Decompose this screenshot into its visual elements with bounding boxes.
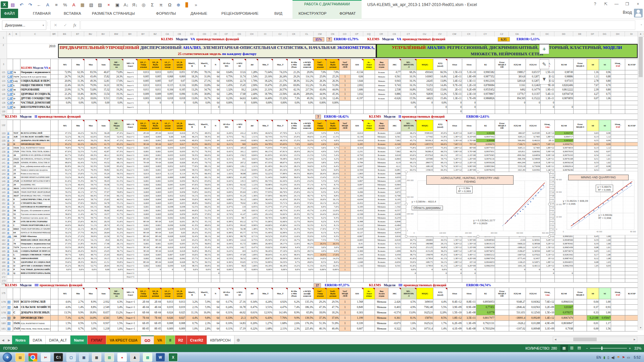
row-link[interactable]: II (7, 190, 13, 194)
cell[interactable]: -0,673 (388, 321, 401, 326)
cell[interactable] (364, 70, 375, 75)
cell[interactable]: 0,80 (599, 88, 611, 92)
cell[interactable]: 5,5E+09 (462, 238, 476, 242)
cell[interactable]: 59,7% (85, 183, 97, 187)
cell[interactable]: 49,2% (186, 187, 199, 190)
cell[interactable] (314, 105, 327, 110)
cell[interactable]: 1,5E+12 (541, 246, 555, 249)
cell[interactable] (476, 279, 495, 283)
cell[interactable]: 1,6% (401, 321, 417, 326)
page-layout-icon[interactable]: ▥ (569, 345, 575, 351)
cell[interactable] (364, 150, 375, 154)
cell[interactable]: 76,8% (58, 146, 72, 150)
row-label[interactable]: Химия и химические продукты (20, 168, 51, 172)
row-label[interactable]: ЭЛЕКТРИЧЕСКОЕ И ОПТИЧЕСКОЕ ОБОРУДОВАНИЕ (20, 187, 51, 190)
cell[interactable]: 40,1% (314, 326, 327, 331)
column-header-cell[interactable]: SSres (462, 120, 476, 131)
cell[interactable]: 1 (339, 253, 351, 257)
taskbar-ccleaner-icon[interactable]: ● (117, 353, 127, 362)
cell[interactable]: 0,30561 (526, 238, 541, 242)
cell[interactable]: 1 (339, 154, 351, 157)
cell[interactable]: 0,403 (388, 305, 401, 310)
cell[interactable]: 1,42% (246, 187, 258, 190)
cell[interactable]: 69,1% (401, 161, 417, 165)
cell[interactable]: 8,657 (97, 310, 110, 315)
cell[interactable]: 0,03 (174, 238, 186, 242)
cell[interactable]: 62,7% (58, 154, 72, 157)
cell[interactable]: 0,033 (162, 150, 174, 154)
cell[interactable]: 349010 (417, 299, 433, 305)
cell[interactable]: 133619 (417, 168, 433, 172)
cell[interactable]: 0,71% (246, 235, 258, 238)
cell[interactable] (364, 227, 375, 231)
cell[interactable] (495, 279, 509, 283)
cell[interactable] (495, 79, 509, 83)
cell[interactable]: 28,7% (186, 220, 199, 224)
cell[interactable] (220, 110, 233, 114)
row-link[interactable]: II (7, 198, 13, 201)
column-header-cell[interactable]: SE=Err MX (220, 59, 233, 70)
cell[interactable]: 1,099 (388, 249, 401, 253)
cell[interactable] (186, 110, 199, 114)
cell[interactable] (364, 105, 375, 110)
cell[interactable]: Эласт<1 (123, 249, 138, 253)
cell[interactable]: 0,00% (327, 268, 339, 272)
cell[interactable]: Эласт<1 (123, 146, 138, 150)
cell[interactable]: 17,0% (301, 157, 314, 161)
cell[interactable]: 51,8% (110, 216, 123, 220)
cell[interactable] (339, 275, 351, 279)
minimize-icon[interactable]: — (612, 1, 621, 7)
sheet-tab-go[interactable]: GO (141, 336, 154, 345)
column-letter[interactable]: DG (599, 32, 611, 37)
cell[interactable]: 9,9E+10 (541, 154, 555, 157)
cell[interactable]: 46,3% (110, 238, 123, 242)
cell[interactable]: 17,0% (327, 253, 339, 257)
cell[interactable]: 0,31% (220, 310, 233, 315)
cell[interactable]: 5,3% (314, 154, 327, 157)
cell[interactable] (364, 176, 375, 179)
cell[interactable]: 70,7% (199, 161, 211, 165)
cell[interactable]: 52,1% (58, 183, 72, 187)
cell[interactable]: -0,756 (351, 176, 364, 179)
cell[interactable]: 0,9974653 (555, 146, 574, 150)
cell[interactable] (273, 275, 288, 279)
cell[interactable]: 1,7E+09 (462, 97, 476, 101)
cell[interactable]: 1 (339, 238, 351, 242)
cell[interactable]: 1,00 (599, 299, 611, 305)
column-header-cell[interactable]: Error МОДЕЛ ЕЙ (495, 120, 509, 131)
cell[interactable]: 51,44% (258, 176, 273, 179)
cell[interactable]: 0,36% (220, 235, 233, 238)
cell[interactable]: 0,003 (150, 190, 162, 194)
cell[interactable] (364, 168, 375, 172)
cell[interactable]: 1,05% (246, 216, 258, 220)
cell[interactable] (388, 268, 401, 272)
cell[interactable]: 21,8% (72, 242, 85, 246)
cell[interactable]: 17,7% (327, 227, 339, 231)
cell[interactable]: 0,005 (150, 79, 162, 83)
cell[interactable]: 8,8E+11 (462, 299, 476, 305)
cell[interactable] (526, 105, 541, 110)
cell[interactable]: 66,0% (199, 168, 211, 172)
cell[interactable] (375, 268, 388, 272)
cell[interactable] (364, 238, 375, 242)
cell[interactable]: 0,001 (138, 154, 150, 157)
delete-sheet-icon[interactable]: ▣ (113, 1, 121, 8)
cell[interactable]: 0,17% (220, 299, 233, 305)
cell[interactable]: 0,9877352 (476, 75, 495, 79)
cell[interactable]: 0,009 (138, 92, 150, 97)
cell[interactable] (611, 257, 625, 260)
cell[interactable]: 0,95847 (599, 315, 611, 321)
cell[interactable] (375, 275, 388, 279)
cell[interactable] (364, 257, 375, 260)
cell[interactable]: 0,322 (388, 326, 401, 331)
cell[interactable]: 52,7% (85, 264, 97, 268)
cell[interactable]: 4,3% (110, 299, 123, 305)
cell[interactable]: 10,1% (314, 201, 327, 205)
cell[interactable]: 0,0% (433, 101, 447, 105)
cell[interactable] (447, 279, 462, 283)
cell[interactable]: 0,059 (174, 213, 186, 216)
cell[interactable]: 46,2% (401, 131, 417, 135)
cell[interactable] (625, 310, 638, 315)
cell[interactable]: 0,001 (150, 209, 162, 213)
cell[interactable]: 0,8956953 (476, 299, 495, 305)
